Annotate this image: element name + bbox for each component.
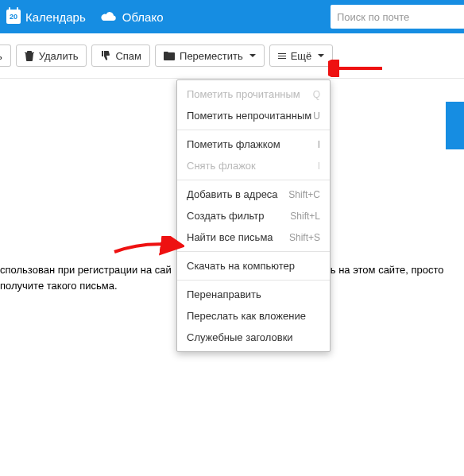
dropdown-item-label: Снять флажок <box>187 160 256 172</box>
dropdown-item[interactable]: Добавить в адресаShift+C <box>177 184 330 205</box>
more-label: Ещё <box>291 50 312 62</box>
spam-button[interactable]: Спам <box>91 45 150 67</box>
dropdown-item-label: Переслать как вложение <box>187 310 306 322</box>
chevron-down-icon <box>318 54 324 57</box>
dropdown-item[interactable]: Пометить непрочитаннымU <box>177 105 330 126</box>
dropdown-item: Пометить прочитаннымQ <box>177 83 330 105</box>
dropdown-separator <box>177 130 330 130</box>
move-label: Переместить <box>180 50 243 62</box>
delete-label: Удалить <box>39 50 79 62</box>
nav-calendar[interactable]: 20 Календарь <box>6 10 86 24</box>
side-panel-fragment <box>446 102 464 149</box>
dropdown-item-label: Найти все письма <box>187 231 273 243</box>
dropdown-item-shortcut: U <box>313 110 320 122</box>
dropdown-item[interactable]: Перенаправить <box>177 284 330 305</box>
nav-calendar-label: Календарь <box>25 10 86 24</box>
body-fragment-2: ь на этом сайте, просто <box>331 264 444 276</box>
annotation-arrow-more <box>328 60 384 77</box>
list-icon <box>278 53 286 59</box>
spam-label: Спам <box>115 50 141 62</box>
toolbar: ь Удалить Спам Переместить Ещё <box>0 33 464 79</box>
dropdown-item-shortcut: Shift+L <box>290 211 320 222</box>
dropdown-item[interactable]: Переслать как вложение <box>177 305 330 327</box>
dropdown-item-label: Служебные заголовки <box>187 331 293 343</box>
dropdown-item-label: Пометить флажком <box>187 138 280 150</box>
dropdown-separator <box>177 280 330 281</box>
nav-cloud[interactable]: Облако <box>100 10 164 24</box>
search-box[interactable] <box>331 5 464 29</box>
dropdown-item-label: Перенаправить <box>187 288 261 300</box>
chevron-down-icon <box>249 54 256 57</box>
dropdown-separator <box>177 251 330 252</box>
dropdown-item-label: Скачать на компьютер <box>187 260 295 272</box>
annotation-arrow-download <box>113 236 184 257</box>
delete-button[interactable]: Удалить <box>16 45 87 67</box>
fragment-label: ь <box>0 50 2 62</box>
trash-icon <box>25 51 34 61</box>
dropdown-item-shortcut: Shift+S <box>289 232 320 243</box>
more-dropdown: Пометить прочитаннымQПометить непрочитан… <box>176 79 331 352</box>
folder-icon <box>164 52 175 60</box>
dropdown-item-label: Добавить в адреса <box>187 188 278 200</box>
nav-cloud-label: Облако <box>122 10 164 24</box>
calendar-icon: 20 <box>6 10 21 24</box>
dropdown-item[interactable]: Создать фильтрShift+L <box>177 205 330 226</box>
more-button[interactable]: Ещё <box>269 45 334 67</box>
dropdown-item-label: Пометить прочитанным <box>187 88 300 100</box>
topbar: 20 Календарь Облако <box>0 0 464 33</box>
search-input[interactable] <box>337 11 458 23</box>
dropdown-item[interactable]: Скачать на компьютер <box>177 255 330 277</box>
dropdown-item[interactable]: Найти все письмаShift+S <box>177 226 330 248</box>
body-fragment-1: спользован при регистрации на сай <box>0 264 172 276</box>
dropdown-item[interactable]: Служебные заголовки <box>177 327 330 348</box>
thumbs-down-icon <box>100 51 110 61</box>
cloud-icon <box>100 10 118 23</box>
fragment-button[interactable]: ь <box>0 45 11 67</box>
dropdown-item-shortcut: Q <box>313 89 320 100</box>
dropdown-item-shortcut: I <box>318 161 320 172</box>
dropdown-item-shortcut: I <box>318 139 320 150</box>
dropdown-item-label: Создать фильтр <box>187 210 265 222</box>
dropdown-item[interactable]: Пометить флажкомI <box>177 134 330 155</box>
dropdown-item: Снять флажокI <box>177 155 330 176</box>
dropdown-separator <box>177 180 330 180</box>
dropdown-item-shortcut: Shift+C <box>288 189 320 200</box>
dropdown-item-label: Пометить непрочитанным <box>187 110 311 122</box>
move-button[interactable]: Переместить <box>155 45 265 67</box>
